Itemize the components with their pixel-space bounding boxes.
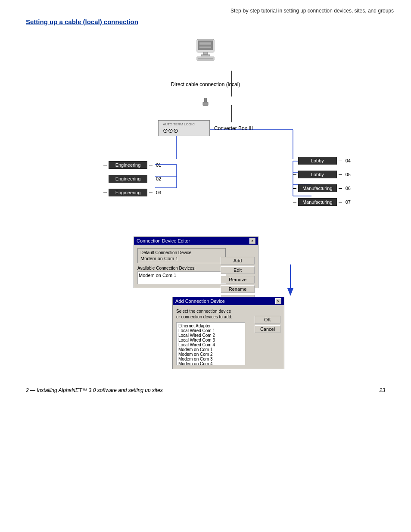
site-row-01: Engineering 01 <box>103 161 161 169</box>
cde-remove-button[interactable]: Remove <box>221 276 255 283</box>
cde-title: Connection Device Editor <box>137 238 190 243</box>
cde-default-group: Default Connection Device Modem on Com 1 <box>137 248 226 263</box>
footer-left: 2 — Installing AlphaNET™ 3.0 software an… <box>26 387 163 393</box>
acd-ok-button[interactable]: OK <box>255 316 280 324</box>
cde-default-label: Default Connection Device <box>140 250 223 255</box>
add-connection-device-dialog[interactable]: Add Connection Device × Select the conne… <box>172 297 284 369</box>
cde-available-label: Available Connection Devices: <box>137 266 226 271</box>
site-number-03: 03 <box>156 190 161 195</box>
cde-body: Default Connection Device Modem on Com 1… <box>134 245 258 288</box>
section-title: Setting up a cable (local) connection <box>26 18 385 25</box>
cde-list-item[interactable]: Modem on Com 1 <box>139 273 224 278</box>
cde-listbox[interactable]: Modem on Com 1 <box>137 271 226 284</box>
arrow-indicator <box>284 262 297 298</box>
site-number-07: 07 <box>346 199 351 205</box>
site-number-04: 04 <box>346 158 351 163</box>
converter-label: Converter Box III <box>214 125 253 131</box>
site-row-02: Engineering 02 <box>103 175 161 183</box>
acd-buttons: OK Cancel <box>255 316 280 333</box>
acd-title: Add Connection Device <box>175 299 225 304</box>
acd-cancel-button[interactable]: Cancel <box>255 325 280 333</box>
acd-item-modem2[interactable]: Modem on Com 2 <box>177 352 244 357</box>
site-box-manufacturing-06: Manufacturing <box>298 184 337 192</box>
cable-icon <box>201 98 210 108</box>
cde-close-button[interactable]: × <box>249 238 255 244</box>
site-row-05: Lobby 05 <box>293 171 351 178</box>
footer-right: 23 <box>380 387 385 393</box>
acd-body: Select the connection device or connecti… <box>173 305 284 369</box>
site-row-07: Manufacturing 07 <box>293 198 351 206</box>
cde-rename-button[interactable]: Rename <box>221 285 255 293</box>
diagram-area: Direct cable connection (local) AUTO TER… <box>26 34 385 215</box>
site-number-06: 06 <box>346 186 351 191</box>
dialog-area: Connection Device Editor × Default Conne… <box>26 228 385 370</box>
svg-rect-27 <box>203 102 208 106</box>
acd-item-modem4[interactable]: Modem on Com 4 <box>177 361 244 365</box>
computer-svg <box>195 38 216 64</box>
left-sites: Engineering 01 Engineering 02 Engineerin… <box>103 161 161 196</box>
cde-default-value: Modem on Com 1 <box>140 256 223 261</box>
svg-marker-29 <box>287 288 293 296</box>
site-box-lobby-05: Lobby <box>298 171 337 178</box>
acd-item-modem3[interactable]: Modem on Com 3 <box>177 357 244 361</box>
acd-item-lwc2[interactable]: Local Wired Com 2 <box>177 333 244 338</box>
cde-titlebar: Connection Device Editor × <box>134 237 258 245</box>
site-box-lobby-04: Lobby <box>298 157 337 165</box>
header-text: Step-by-step tutorial in setting up conn… <box>230 8 394 14</box>
main-content: Setting up a cable (local) connection <box>0 18 411 370</box>
converter-box: AUTO TERM LOGIC ⊙⊙⊙ <box>158 120 210 136</box>
site-row-06: Manufacturing 06 <box>293 184 351 192</box>
site-row-04: Lobby 04 <box>293 157 351 165</box>
right-sites: Lobby 04 Lobby 05 Manufacturing 06 <box>293 157 351 206</box>
cde-available-section: Available Connection Devices: Modem on C… <box>137 266 226 284</box>
acd-titlebar: Add Connection Device × <box>173 297 284 305</box>
svg-rect-16 <box>198 40 213 50</box>
page-footer: 2 — Installing AlphaNET™ 3.0 software an… <box>0 383 411 398</box>
acd-item-lwc1[interactable]: Local Wired Com 1 <box>177 328 244 333</box>
svg-rect-23 <box>201 55 210 56</box>
acd-item-lwc4[interactable]: Local Wired Com 4 <box>177 342 244 347</box>
acd-item-modem1[interactable]: Modem on Com 1 <box>177 347 244 352</box>
computer-icon <box>195 38 216 65</box>
connection-device-editor-dialog[interactable]: Connection Device Editor × Default Conne… <box>134 236 258 288</box>
page-header: Step-by-step tutorial in setting up conn… <box>0 0 411 18</box>
cde-add-button[interactable]: Add <box>221 257 255 264</box>
site-row-03: Engineering 03 <box>103 189 161 196</box>
acd-item-ethernet[interactable]: Ethernet Adapter <box>177 324 244 328</box>
site-box-engineering-01: Engineering <box>109 161 147 169</box>
converter-box-area: AUTO TERM LOGIC ⊙⊙⊙ Converter Box III <box>158 120 253 136</box>
cde-edit-button[interactable]: Edit <box>221 266 255 274</box>
site-number-02: 02 <box>156 176 161 181</box>
site-number-05: 05 <box>346 172 351 177</box>
svg-rect-25 <box>198 58 213 59</box>
acd-close-button[interactable]: × <box>275 298 281 304</box>
site-box-manufacturing-07: Manufacturing <box>298 198 337 206</box>
site-box-engineering-02: Engineering <box>109 175 147 183</box>
direct-cable-label: Direct cable connection (local) <box>171 81 240 87</box>
svg-rect-22 <box>203 52 208 55</box>
site-box-engineering-03: Engineering <box>109 189 147 196</box>
acd-item-lwc3[interactable]: Local Wired Com 3 <box>177 338 244 342</box>
acd-listbox[interactable]: Ethernet Adapter Local Wired Com 1 Local… <box>176 322 245 365</box>
site-number-01: 01 <box>156 162 161 168</box>
svg-rect-26 <box>204 98 207 102</box>
